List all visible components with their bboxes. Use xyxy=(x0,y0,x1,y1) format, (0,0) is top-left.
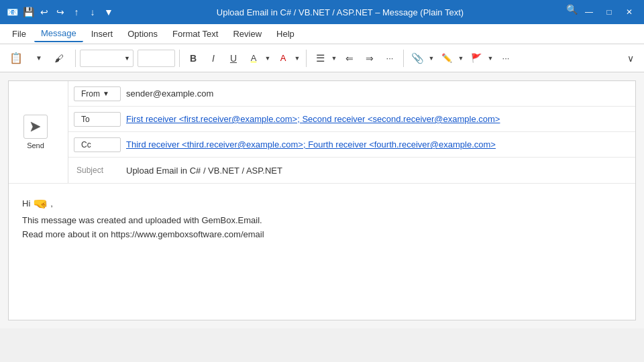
attach-dropdown[interactable]: ▼ xyxy=(427,49,436,68)
dropdown-icon[interactable]: ▼ xyxy=(102,5,115,19)
menu-file[interactable]: File xyxy=(5,26,33,42)
list-button[interactable]: ☰ xyxy=(311,49,329,68)
from-dropdown-arrow: ▼ xyxy=(103,90,109,97)
more-options-button[interactable]: ··· xyxy=(496,49,515,68)
close-button[interactable]: ✕ xyxy=(620,3,639,21)
email-fields: From ▼ sender@example.com To First recei… xyxy=(68,81,635,183)
font-dropdown-arrow: ▼ xyxy=(124,55,130,62)
font-size-dropdown[interactable] xyxy=(138,50,175,67)
send-section: Send xyxy=(9,81,68,183)
window-controls: 🔍 — □ ✕ xyxy=(565,3,639,21)
menu-message[interactable]: Message xyxy=(34,25,83,42)
subject-field-row: Subject Upload Email in C# / VB.NET / AS… xyxy=(68,158,635,183)
sep1 xyxy=(75,50,76,67)
outdent-button[interactable]: ⇐ xyxy=(340,49,359,68)
menu-format-text[interactable]: Format Text xyxy=(166,26,225,42)
emoji-icon: 🤜 xyxy=(33,194,48,214)
send-svg-icon xyxy=(28,119,43,134)
highlight-button[interactable]: A xyxy=(244,49,263,68)
italic-button[interactable]: I xyxy=(204,49,223,68)
undo-icon[interactable]: ↩ xyxy=(38,5,51,19)
cc-label: Cc xyxy=(81,140,91,149)
list-dropdown[interactable]: ▼ xyxy=(329,49,339,68)
minimize-button[interactable]: — xyxy=(580,3,598,21)
signature-button[interactable]: ✏️ xyxy=(437,49,456,68)
body-comma: , xyxy=(50,197,53,211)
cc-value[interactable]: Third receiver <third.receiver@example.c… xyxy=(126,139,496,149)
menu-bar: File Message Insert Options Format Text … xyxy=(0,24,644,44)
body-hi: Hi xyxy=(22,197,30,211)
attach-button[interactable]: 📎 xyxy=(408,49,427,68)
subject-value: Upload Email in C# / VB.NET / ASP.NET xyxy=(126,166,630,176)
more-format-button[interactable]: ··· xyxy=(380,49,399,68)
clipboard-icon[interactable]: 📋 xyxy=(4,49,28,68)
title-bar-app-icons: 📧 💾 ↩ ↪ ↑ ↓ ▼ xyxy=(5,5,115,19)
expand-ribbon-button[interactable]: ∨ xyxy=(621,49,640,68)
body-line2: This message was created and uploaded wi… xyxy=(22,214,622,228)
clipboard-dropdown[interactable]: ▼ xyxy=(30,49,48,68)
search-icon[interactable]: 🔍 xyxy=(565,3,578,16)
menu-help[interactable]: Help xyxy=(270,26,301,42)
from-label: From xyxy=(81,89,100,99)
from-field-row: From ▼ sender@example.com xyxy=(68,81,635,107)
greeting-line: Hi 🤜 , xyxy=(22,194,622,214)
format-painter-icon[interactable]: 🖌 xyxy=(50,49,68,68)
redo-icon[interactable]: ↪ xyxy=(54,5,67,19)
content-area: Send From ▼ sender@example.com To xyxy=(0,72,644,328)
title-bar: 📧 💾 ↩ ↪ ↑ ↓ ▼ Upload Email in C# / VB.NE… xyxy=(0,0,644,24)
app-icon: 📧 xyxy=(5,5,19,19)
underline-button[interactable]: U xyxy=(224,49,243,68)
from-button[interactable]: From ▼ xyxy=(74,86,121,101)
sep3 xyxy=(306,50,307,67)
bold-button[interactable]: B xyxy=(184,49,203,68)
highlight-dropdown[interactable]: ▼ xyxy=(263,49,272,68)
signature-dropdown[interactable]: ▼ xyxy=(456,49,466,68)
sep4 xyxy=(403,50,404,67)
svg-marker-0 xyxy=(31,122,40,131)
to-field-row: To First receiver <first.receiver@exampl… xyxy=(68,107,635,132)
font-dropdown[interactable]: ▼ xyxy=(80,50,133,67)
menu-options[interactable]: Options xyxy=(121,26,164,42)
maximize-button[interactable]: □ xyxy=(600,3,619,21)
flag-dropdown[interactable]: ▼ xyxy=(486,49,495,68)
menu-insert[interactable]: Insert xyxy=(85,26,120,42)
send-button[interactable]: Send xyxy=(15,109,56,156)
down-icon[interactable]: ↓ xyxy=(86,5,99,19)
menu-review[interactable]: Review xyxy=(226,26,268,42)
from-value: sender@example.com xyxy=(126,88,630,99)
indent-button[interactable]: ⇒ xyxy=(360,49,379,68)
cc-button[interactable]: Cc xyxy=(74,137,121,152)
to-button[interactable]: To xyxy=(74,112,121,127)
from-send-row: Send From ▼ sender@example.com To xyxy=(9,81,635,184)
fontcolor-button[interactable]: A xyxy=(274,49,292,68)
fontcolor-dropdown[interactable]: ▼ xyxy=(292,49,302,68)
send-arrow-icon xyxy=(23,115,48,139)
sep2 xyxy=(179,50,180,67)
email-body[interactable]: Hi 🤜 , This message was created and uplo… xyxy=(9,184,635,320)
save-icon[interactable]: 💾 xyxy=(21,5,35,19)
send-label: Send xyxy=(27,141,44,149)
up-icon[interactable]: ↑ xyxy=(70,5,83,19)
cc-field-row: Cc Third receiver <third.receiver@exampl… xyxy=(68,132,635,158)
to-label: To xyxy=(81,115,90,124)
flag-button[interactable]: 🚩 xyxy=(467,49,486,68)
window-title: Upload Email in C# / VB.NET / ASP.NET – … xyxy=(119,7,561,17)
toolbar: 📋 ▼ 🖌 ▼ B I U A ▼ A ▼ ☰ ▼ ⇐ ⇒ ··· 📎 ▼ ✏️… xyxy=(0,44,644,72)
body-line3: Read more about it on https://www.gembox… xyxy=(22,228,622,242)
email-compose: Send From ▼ sender@example.com To xyxy=(8,80,636,320)
subject-label: Subject xyxy=(74,166,121,175)
to-value[interactable]: First receiver <first.receiver@example.c… xyxy=(126,114,500,124)
